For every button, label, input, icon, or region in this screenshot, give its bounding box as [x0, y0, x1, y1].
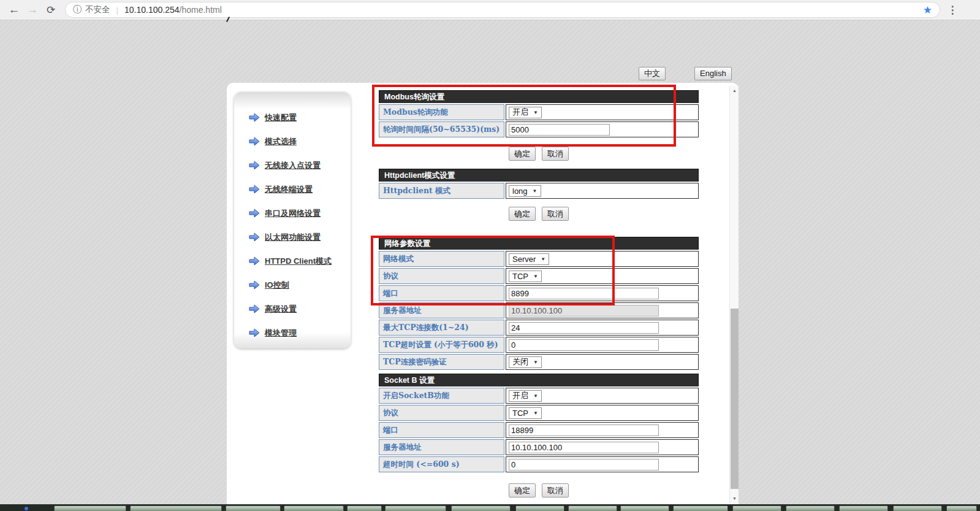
row-value-cell: 关闭 ▼: [506, 354, 699, 370]
taskbar-window-button[interactable]: [130, 505, 222, 511]
taskbar-window-button[interactable]: [673, 505, 728, 511]
confirm-button[interactable]: 确定: [509, 207, 536, 221]
table-row: 开启SocketB功能 开启 ▼: [379, 388, 699, 404]
sidebar-item-7[interactable]: IO控制: [249, 273, 351, 297]
taskbar-window-button[interactable]: [284, 505, 344, 511]
taskbar-window-button[interactable]: [347, 505, 382, 511]
address-bar[interactable]: ⓘ 不安全 | 10.10.100.254 /home.html ★: [65, 2, 940, 18]
cancel-button[interactable]: 取消: [542, 207, 569, 221]
row-label: Modbus轮询功能: [379, 104, 504, 120]
sidebar-item-label[interactable]: HTTPD Client模式: [265, 256, 332, 267]
selected-option: 开启: [512, 390, 528, 401]
section-modbus-polling: Modbus轮询设置 Modbus轮询功能 开启 ▼ 轮询时间间隔(50~655…: [379, 90, 699, 137]
table-row: TCP超时设置 (小于等于600 秒): [379, 337, 699, 353]
protocol-select[interactable]: TCP ▼: [509, 271, 542, 282]
bookmark-star-icon[interactable]: ★: [923, 4, 932, 17]
table-row: 端口: [379, 285, 699, 301]
selected-option: TCP: [512, 409, 528, 418]
taskbar-window-button[interactable]: [946, 505, 977, 511]
browser-menu-icon[interactable]: ⋮: [946, 4, 959, 17]
scroll-up-icon[interactable]: ▲: [730, 86, 739, 95]
confirm-button[interactable]: 确定: [509, 483, 536, 498]
taskbar-window-button[interactable]: [451, 505, 511, 511]
language-chinese-button[interactable]: 中文: [639, 67, 666, 80]
chevron-down-icon: ▼: [533, 274, 538, 279]
row-label: 协议: [379, 268, 504, 284]
sidebar-item-2[interactable]: 无线接入点设置: [249, 153, 351, 177]
row-value-cell: [506, 285, 699, 301]
bottom-button-row: 确定 取消: [379, 483, 699, 498]
socketb-server-address-input[interactable]: [509, 442, 659, 453]
network-mode-select[interactable]: Server ▼: [509, 253, 549, 265]
port-input[interactable]: [509, 288, 659, 299]
sidebar-item-label[interactable]: 快速配置: [265, 112, 297, 123]
sidebar-item-6[interactable]: HTTPD Client模式: [249, 249, 351, 273]
arrow-right-icon: [249, 113, 260, 122]
tcp-timeout-input[interactable]: [509, 339, 659, 351]
row-value-cell: 开启 ▼: [506, 388, 699, 404]
url-host: 10.10.100.254: [124, 5, 180, 15]
confirm-button[interactable]: 确定: [509, 147, 536, 161]
sidebar-item-label[interactable]: 以太网功能设置: [265, 232, 321, 243]
chevron-down-icon: ▼: [533, 393, 538, 399]
sidebar-item-label[interactable]: IO控制: [265, 280, 289, 291]
taskbar-window-button[interactable]: [839, 505, 888, 511]
selected-option: TCP: [512, 272, 528, 281]
taskbar-window-button[interactable]: [54, 505, 126, 511]
row-label: Httpdclient 模式: [379, 183, 504, 199]
sidebar-item-9[interactable]: 模块管理: [249, 321, 351, 345]
socketb-timeout-input[interactable]: [509, 459, 659, 471]
httpdclient-mode-select[interactable]: long ▼: [509, 185, 541, 197]
socketb-enable-select[interactable]: 开启 ▼: [509, 390, 542, 402]
sidebar-item-label[interactable]: 模式选择: [265, 136, 297, 147]
max-tcp-connections-input[interactable]: [509, 322, 659, 334]
forward-icon[interactable]: →: [23, 3, 42, 17]
scroll-down-icon[interactable]: ▼: [730, 494, 739, 503]
sidebar-item-3[interactable]: 无线终端设置: [249, 177, 351, 201]
section-title: Httpdclient模式设置: [379, 169, 699, 182]
poll-interval-input[interactable]: [509, 124, 610, 136]
sidebar-item-label[interactable]: 无线接入点设置: [265, 160, 321, 171]
sidebar-item-label[interactable]: 高级设置: [265, 304, 297, 315]
page-scrollbar[interactable]: ▲ ▼: [729, 86, 739, 503]
reload-icon[interactable]: ⟳: [42, 4, 60, 17]
sidebar-item-4[interactable]: 串口及网络设置: [249, 201, 351, 225]
taskbar-window-button[interactable]: [515, 505, 564, 511]
modbus-button-row: 确定 取消: [379, 147, 699, 161]
table-row: 最大TCP连接数(1~24): [379, 320, 699, 336]
taskbar-window-button[interactable]: [620, 505, 669, 511]
table-row: 协议 TCP ▼: [379, 405, 699, 421]
sidebar-item-label[interactable]: 串口及网络设置: [265, 208, 321, 219]
socketb-port-input[interactable]: [509, 425, 659, 436]
modbus-enable-select[interactable]: 开启 ▼: [509, 107, 542, 118]
scrollbar-thumb[interactable]: [731, 309, 739, 489]
row-value-cell: [506, 337, 699, 353]
taskbar-window-button[interactable]: [568, 505, 617, 511]
socketb-protocol-select[interactable]: TCP ▼: [509, 407, 542, 419]
cancel-button[interactable]: 取消: [542, 483, 569, 498]
row-value-cell: [506, 320, 699, 336]
sidebar-item-1[interactable]: 模式选择: [249, 129, 351, 153]
back-icon[interactable]: ←: [5, 3, 23, 17]
row-value-cell: [506, 422, 699, 438]
table-row: Modbus轮询功能 开启 ▼: [379, 104, 699, 120]
info-icon[interactable]: ⓘ: [73, 4, 82, 15]
sidebar-item-label[interactable]: 无线终端设置: [265, 184, 313, 195]
sidebar-item-5[interactable]: 以太网功能设置: [249, 225, 351, 249]
table-row: TCP连接密码验证 关闭 ▼: [379, 354, 699, 370]
tcp-password-auth-select[interactable]: 关闭 ▼: [509, 356, 542, 368]
httpdclient-button-row: 确定 取消: [379, 207, 699, 221]
sidebar-item-label[interactable]: 模块管理: [265, 328, 297, 339]
taskbar-window-button[interactable]: [786, 505, 835, 511]
row-value-cell: 开启 ▼: [506, 104, 699, 120]
taskbar-window-button[interactable]: [893, 505, 942, 511]
taskbar-window-button[interactable]: [226, 505, 281, 511]
sidebar-item-0[interactable]: 快速配置: [249, 106, 351, 129]
cancel-button[interactable]: 取消: [542, 147, 569, 161]
taskbar-window-button[interactable]: [385, 505, 446, 511]
taskbar-window-button[interactable]: [732, 505, 781, 511]
language-english-button[interactable]: English: [694, 67, 732, 80]
row-label: TCP超时设置 (小于等于600 秒): [379, 337, 504, 353]
row-value-cell: Server ▼: [506, 251, 699, 267]
sidebar-item-8[interactable]: 高级设置: [249, 297, 351, 321]
